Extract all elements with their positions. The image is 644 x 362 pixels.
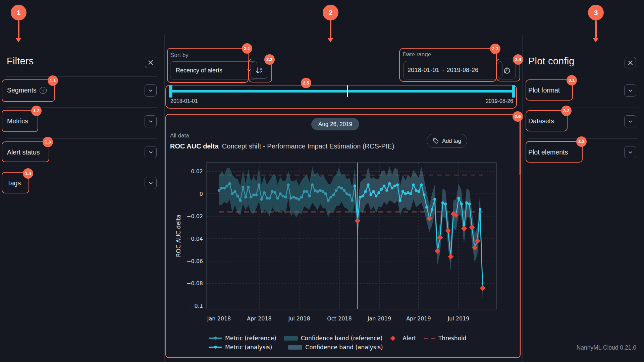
filters-close-button[interactable]: [145, 57, 156, 68]
plot-config-section-datasets: Datasets: [528, 117, 554, 125]
svg-text:Apr 2018: Apr 2018: [247, 315, 271, 322]
info-icon[interactable]: i: [40, 87, 47, 94]
svg-text:0: 0: [200, 191, 203, 197]
filter-section-label: Alert status: [7, 148, 40, 156]
svg-text:Jul 2018: Jul 2018: [288, 315, 310, 322]
plot-config-section-plot-elements: Plot elements: [528, 148, 568, 156]
slider-handle-start[interactable]: [169, 85, 172, 98]
close-icon: [148, 60, 153, 65]
date-range-value: 2018-01-01 ~ 2019-08-26: [408, 67, 479, 74]
sort-direction-button[interactable]: az: [251, 62, 267, 79]
svg-text:−0.08: −0.08: [186, 280, 203, 287]
band-swatch-icon: [288, 345, 302, 350]
chevron-down-icon: [148, 149, 154, 155]
chart-plot-area[interactable]: 0.020−0.02−0.04−0.06−0.08−0.1Jan 2018Apr…: [168, 127, 519, 355]
annotation-badge-2-6: 2.6: [513, 111, 523, 122]
date-range-label: Date range: [403, 51, 431, 58]
svg-text:0.02: 0.02: [191, 168, 203, 175]
annotation-box-2-5: [165, 85, 517, 109]
chevron-down-icon: [148, 88, 154, 94]
alert-diamond-icon: [390, 336, 396, 341]
annotation-badge-1-2: 1.2: [31, 106, 42, 116]
annotation-badge-1-1: 1.1: [48, 75, 58, 86]
legend-label: Confidence band (analysis): [305, 344, 383, 351]
app-version-label: NannyML Cloud 0.21.0: [577, 344, 636, 351]
plot-config-section-plot-format: Plot format: [528, 86, 560, 94]
sort-by-select[interactable]: Recency of alerts: [170, 61, 257, 79]
annotation-badge-2-3: 2.3: [490, 44, 500, 54]
metrics-expand-button[interactable]: [145, 115, 157, 127]
divider: [7, 107, 157, 108]
plot-config-section-label: Plot format: [528, 86, 560, 94]
slider-end-date: 2019-08-26: [476, 98, 513, 104]
slider-start-date: 2018-01-01: [170, 98, 198, 104]
plot-config-section-label: Datasets: [528, 117, 554, 125]
svg-text:Oct 2018: Oct 2018: [327, 315, 352, 322]
legend-item-metric-reference[interactable]: Metric (reference): [209, 335, 276, 342]
legend-label: Metric (analysis): [225, 344, 272, 351]
slider-handle-end[interactable]: [512, 85, 515, 98]
svg-text:Jan 2018: Jan 2018: [207, 315, 231, 322]
plot-elements-expand-button[interactable]: [624, 146, 636, 158]
legend-label: Alert: [402, 335, 416, 342]
tags-expand-button[interactable]: [145, 177, 157, 189]
arrow-down-a-z-icon: az: [256, 67, 262, 74]
annotation-arrow: [330, 20, 331, 38]
legend-item-metric-analysis[interactable]: Metric (analysis): [209, 344, 281, 351]
divider: [7, 138, 157, 139]
plot-config-section-label: Plot elements: [528, 148, 568, 156]
annotation-arrow-head: [327, 38, 333, 42]
chevron-down-icon: [628, 88, 633, 94]
band-swatch-icon: [284, 336, 298, 341]
filter-section-tags: Tags: [7, 179, 21, 187]
date-range-input[interactable]: 2018-01-01 ~ 2019-08-26: [403, 61, 502, 79]
datasets-expand-button[interactable]: [624, 115, 636, 127]
annotation-arrow-head: [593, 38, 599, 42]
annotation-badge-2-2: 2.2: [264, 54, 275, 65]
threshold-dash-icon: [424, 338, 435, 339]
chevron-down-icon: [628, 119, 633, 124]
annotation-badge-3: 3: [588, 5, 604, 20]
legend-label: Confidence band (reference): [301, 335, 383, 342]
legend-item-confidence-band-analysis[interactable]: Confidence band (analysis): [288, 344, 383, 351]
legend-label: Metric (reference): [225, 335, 276, 342]
annotation-badge-3-2: 3.2: [561, 106, 572, 116]
alert-status-expand-button[interactable]: [145, 146, 157, 158]
legend-item-alert[interactable]: Alert: [390, 335, 416, 342]
filter-section-segments: Segments i: [7, 86, 47, 94]
date-range-reset-button[interactable]: [498, 61, 516, 79]
filters-panel-title: Filters: [7, 56, 34, 67]
annotation-badge-2: 2: [323, 5, 338, 20]
annotation-badge-3-3: 3.3: [576, 136, 587, 147]
date-range-slider[interactable]: [171, 90, 513, 93]
divider: [7, 76, 157, 77]
annotation-badge-1-4: 1.4: [23, 168, 33, 179]
svg-text:Jul 2019: Jul 2019: [447, 315, 469, 322]
sort-by-label: Sort by: [170, 52, 189, 59]
filter-section-alert-status: Alert status: [7, 148, 40, 156]
metric-chart[interactable]: 0.020−0.02−0.04−0.06−0.08−0.1Jan 2018Apr…: [168, 127, 519, 355]
legend-item-threshold[interactable]: Threshold: [424, 335, 467, 342]
divider: [528, 77, 638, 77]
chart-legend-row-1: Metric (reference) Confidence band (refe…: [209, 335, 474, 342]
annotation-arrow: [18, 20, 19, 38]
annotation-badge-3-1: 3.1: [567, 75, 577, 85]
annotation-badge-2-1: 2.1: [242, 43, 252, 54]
clock-rotate-left-icon: [502, 66, 511, 75]
svg-text:Jan 2019: Jan 2019: [367, 315, 391, 322]
plot-config-close-button[interactable]: [625, 57, 636, 68]
filter-section-label: Segments: [7, 86, 37, 94]
annotation-arrow: [595, 20, 597, 38]
annotation-arrow-head: [15, 38, 21, 42]
slider-current-date-cursor[interactable]: [347, 85, 348, 97]
annotation-badge-2-4: 2.4: [513, 54, 523, 65]
plot-format-expand-button[interactable]: [624, 84, 636, 97]
legend-item-confidence-band-reference[interactable]: Confidence band (reference): [284, 335, 383, 342]
chevron-down-icon: [628, 149, 633, 155]
svg-text:Apr 2019: Apr 2019: [406, 315, 431, 322]
filter-section-label: Metrics: [7, 117, 28, 125]
legend-label: Threshold: [438, 335, 467, 342]
app-root: Filters Segments i Metrics Alert status …: [0, 0, 644, 362]
filter-section-label: Tags: [7, 179, 21, 187]
segments-expand-button[interactable]: [145, 84, 157, 97]
